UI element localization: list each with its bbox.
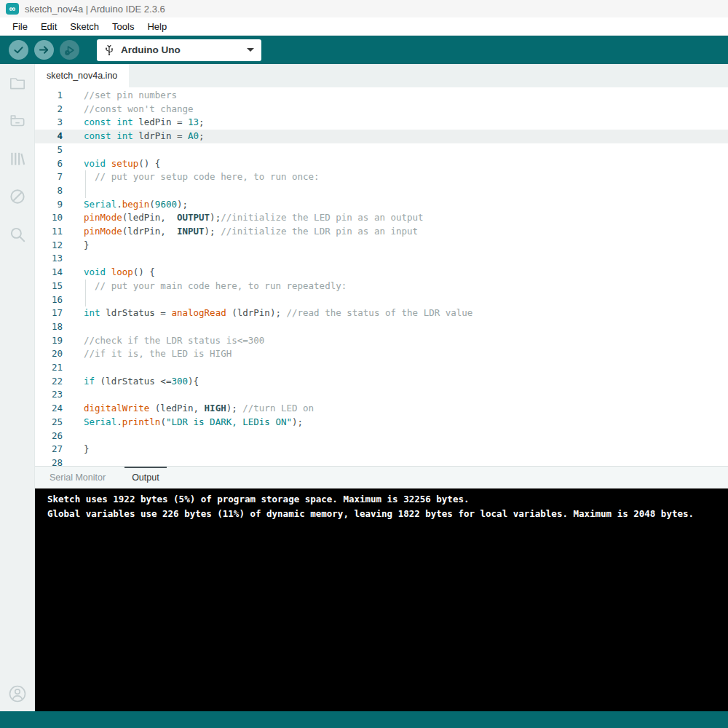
library-manager-icon[interactable]	[7, 149, 28, 169]
code-line-23[interactable]: 23	[35, 388, 728, 402]
line-number: 21	[35, 361, 73, 375]
line-number: 26	[35, 430, 73, 443]
toolbar: Arduino Uno	[0, 35, 728, 64]
line-number: 22	[35, 375, 73, 389]
indent-guide	[85, 293, 86, 307]
window-title: sketch_nov4a | Arduino IDE 2.3.6	[25, 4, 165, 15]
code-line-5[interactable]: 5	[35, 143, 728, 157]
tab-serial-monitor[interactable]: Serial Monitor	[41, 467, 114, 488]
bottom-panel-tabs: Serial Monitor Output	[35, 467, 728, 488]
code-line-18[interactable]: 18	[35, 320, 728, 334]
line-number: 11	[35, 225, 73, 239]
sketchbook-folder-icon[interactable]	[7, 73, 28, 93]
line-number: 12	[35, 239, 73, 253]
usb-icon	[104, 44, 114, 56]
search-icon[interactable]	[7, 224, 28, 245]
upload-button[interactable]	[34, 40, 54, 60]
indent-guide	[85, 280, 86, 293]
line-number: 20	[35, 347, 73, 361]
code-line-22[interactable]: 22if (ldrStatus <=300){	[35, 375, 728, 389]
code-line-27[interactable]: 27}	[35, 443, 728, 456]
indent-guide	[85, 170, 86, 184]
chevron-down-icon	[247, 48, 254, 52]
line-number: 15	[35, 280, 73, 293]
file-tab-bar: sketch_nov4a.ino	[35, 64, 728, 87]
debug-button[interactable]	[60, 40, 79, 60]
menu-help[interactable]: Help	[141, 20, 173, 33]
check-icon	[13, 44, 24, 55]
code-line-25[interactable]: 25Serial.println("LDR is DARK, LEDis ON"…	[35, 416, 728, 430]
line-number: 9	[35, 198, 73, 212]
code-line-19[interactable]: 19//check if the LDR status is<=300	[35, 334, 728, 348]
code-line-8[interactable]: 8	[35, 184, 728, 198]
code-line-16[interactable]: 16	[35, 293, 728, 307]
verify-button[interactable]	[9, 40, 28, 60]
console-line: Sketch uses 1922 bytes (5%) of program s…	[47, 492, 728, 507]
account-icon[interactable]	[7, 684, 28, 704]
line-number: 24	[35, 402, 73, 416]
title-bar: ∞ sketch_nov4a | Arduino IDE 2.3.6	[0, 0, 728, 17]
code-line-15[interactable]: 15 // put your main code here, to run re…	[35, 280, 728, 293]
line-number: 5	[35, 143, 73, 157]
menu-sketch[interactable]: Sketch	[63, 20, 106, 33]
code-line-20[interactable]: 20//if it is, the LED is HIGH	[35, 347, 728, 361]
code-lines: 1//set pin numbers2//const won't change3…	[35, 89, 728, 467]
code-line-24[interactable]: 24digitalWrite (ledPin, HIGH); //turn LE…	[35, 402, 728, 416]
code-line-6[interactable]: 6void setup() {	[35, 157, 728, 171]
code-line-28[interactable]: 28	[35, 456, 728, 467]
code-line-4[interactable]: 4const int ldrPin = A0;	[35, 130, 728, 143]
line-number: 18	[35, 320, 73, 334]
line-number: 10	[35, 211, 73, 225]
code-line-1[interactable]: 1//set pin numbers	[35, 89, 728, 103]
code-line-2[interactable]: 2//const won't change	[35, 103, 728, 116]
line-number: 27	[35, 443, 73, 456]
menu-edit[interactable]: Edit	[34, 20, 63, 33]
code-editor[interactable]: 1//set pin numbers2//const won't change3…	[35, 87, 728, 467]
code-line-11[interactable]: 11pinMode(ldrPin, INPUT); //initialize t…	[35, 225, 728, 239]
line-number: 3	[35, 116, 73, 130]
status-bar	[0, 711, 728, 728]
indent-guide	[85, 184, 86, 198]
line-number: 6	[35, 157, 73, 171]
arduino-ide-window: ∞ sketch_nov4a | Arduino IDE 2.3.6 FileE…	[0, 0, 728, 728]
arduino-logo-icon: ∞	[6, 3, 19, 15]
board-selector[interactable]: Arduino Uno	[97, 39, 261, 61]
line-number: 1	[35, 89, 73, 103]
code-line-3[interactable]: 3const int ledPin = 13;	[35, 116, 728, 130]
file-tab-label: sketch_nov4a.ino	[47, 71, 117, 81]
code-line-9[interactable]: 9Serial.begin(9600);	[35, 198, 728, 212]
line-number: 16	[35, 293, 73, 307]
boards-manager-icon[interactable]	[7, 111, 28, 131]
code-line-17[interactable]: 17int ldrStatus = analogRead (ldrPin); /…	[35, 306, 728, 320]
code-line-12[interactable]: 12}	[35, 239, 728, 253]
line-number: 25	[35, 416, 73, 430]
line-number: 13	[35, 252, 73, 266]
menu-bar: FileEditSketchToolsHelp	[0, 17, 728, 35]
console-line: Global variables use 226 bytes (11%) of …	[47, 507, 728, 521]
line-number: 4	[35, 130, 73, 143]
line-number: 2	[35, 103, 73, 116]
debug-play-icon	[64, 44, 76, 56]
line-number: 19	[35, 334, 73, 348]
line-number: 8	[35, 184, 73, 198]
line-number: 17	[35, 306, 73, 320]
code-line-26[interactable]: 26	[35, 430, 728, 443]
debug-icon[interactable]	[7, 186, 28, 207]
code-line-7[interactable]: 7 // put your setup code here, to run on…	[35, 170, 728, 184]
output-console[interactable]: Sketch uses 1922 bytes (5%) of program s…	[35, 488, 728, 711]
menu-tools[interactable]: Tools	[106, 20, 141, 33]
right-arrow-icon	[39, 44, 50, 55]
code-line-14[interactable]: 14void loop() {	[35, 266, 728, 280]
line-number: 7	[35, 170, 73, 184]
tab-sketch-ino[interactable]: sketch_nov4a.ino	[35, 64, 129, 87]
code-line-10[interactable]: 10pinMode(ledPin, OUTPUT);//initialize t…	[35, 211, 728, 225]
code-line-21[interactable]: 21	[35, 361, 728, 375]
code-line-13[interactable]: 13	[35, 252, 728, 266]
board-selector-label: Arduino Uno	[121, 44, 181, 55]
menu-file[interactable]: File	[6, 20, 34, 33]
line-number: 28	[35, 456, 73, 467]
activity-sidebar	[0, 64, 35, 711]
line-number: 23	[35, 388, 73, 402]
tab-output[interactable]: Output	[123, 467, 168, 488]
line-number: 14	[35, 266, 73, 280]
